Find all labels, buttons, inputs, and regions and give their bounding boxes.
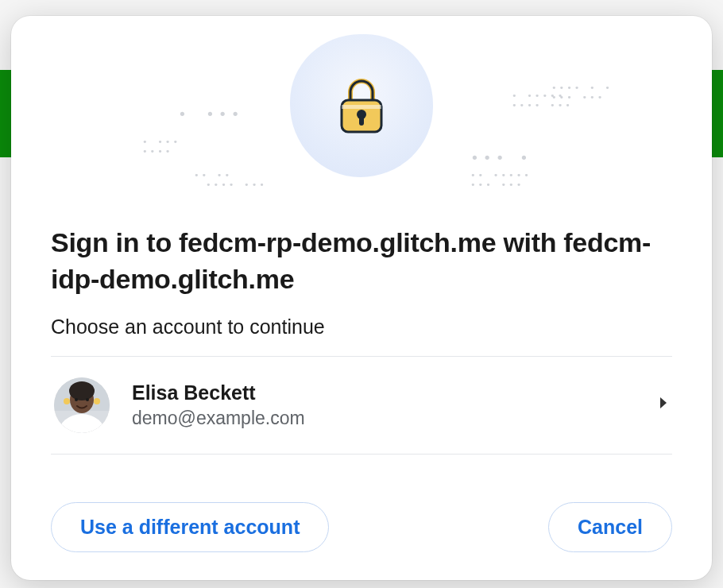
dialog-actions: Use a different account Cancel bbox=[51, 502, 672, 552]
account-email: demo@example.com bbox=[132, 408, 658, 429]
decorative-dots: ••• ••• bbox=[470, 180, 524, 189]
account-row[interactable]: Elisa Beckett demo@example.com bbox=[51, 357, 672, 454]
svg-point-9 bbox=[69, 381, 95, 400]
decorative-dots: •••• ••• bbox=[206, 180, 267, 189]
divider bbox=[51, 454, 672, 455]
lock-icon bbox=[334, 75, 389, 137]
decorative-dots: ••• ••• bbox=[551, 93, 605, 102]
svg-point-12 bbox=[64, 398, 70, 404]
account-info: Elisa Beckett demo@example.com bbox=[132, 381, 658, 429]
svg-point-10 bbox=[75, 398, 78, 401]
dialog-content: Sign in to fedcm-rp-demo.glitch.me with … bbox=[11, 225, 712, 552]
sign-in-dialog: • ••• • ••••• •••• ••• ••• • • ••• •••• … bbox=[11, 16, 712, 580]
decorative-dots: ••• bbox=[206, 107, 244, 122]
decorative-dots: • ••• bbox=[142, 137, 180, 146]
chevron-right-icon bbox=[658, 396, 669, 414]
decorative-dots: •••• bbox=[142, 147, 173, 156]
svg-point-13 bbox=[94, 398, 100, 404]
svg-point-11 bbox=[86, 398, 89, 401]
decorative-dots: ••• bbox=[470, 151, 508, 165]
cancel-button[interactable]: Cancel bbox=[548, 502, 672, 552]
dialog-title: Sign in to fedcm-rp-demo.glitch.me with … bbox=[51, 225, 672, 298]
dialog-subtitle: Choose an account to continue bbox=[51, 315, 672, 338]
use-different-account-button[interactable]: Use a different account bbox=[51, 502, 329, 552]
avatar bbox=[54, 377, 110, 433]
hero-blob bbox=[290, 34, 433, 177]
svg-rect-1 bbox=[342, 105, 381, 109]
hero-area: • ••• • ••••• •••• ••• ••• • • ••• •••• … bbox=[11, 16, 712, 195]
account-name: Elisa Beckett bbox=[132, 381, 658, 404]
decorative-dots: • bbox=[178, 107, 191, 122]
decorative-dots: • bbox=[520, 151, 532, 165]
decorative-dots: •• •• bbox=[194, 171, 232, 180]
decorative-dots: •••• • • bbox=[551, 83, 613, 92]
svg-rect-3 bbox=[359, 116, 364, 126]
decorative-dots: •• ••••• bbox=[470, 171, 532, 180]
